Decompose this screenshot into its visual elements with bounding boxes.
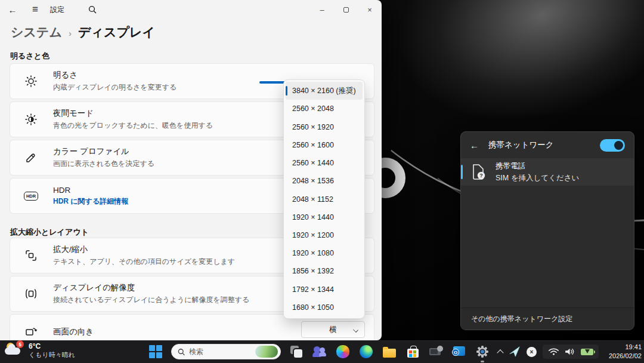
clock-time: 19:41 bbox=[605, 343, 642, 352]
setting-description: 画面に表示される色を決定する bbox=[53, 159, 154, 169]
tray-chevron-up-icon[interactable] bbox=[497, 349, 503, 356]
weather-condition: くもり時々晴れ bbox=[29, 351, 75, 359]
search-input[interactable] bbox=[189, 347, 251, 356]
cellular-toggle[interactable] bbox=[600, 139, 625, 152]
device-subtitle: SIM を挿入してください bbox=[496, 173, 579, 183]
store-icon bbox=[407, 349, 419, 358]
cloud-icon bbox=[5, 347, 20, 355]
gear-icon bbox=[475, 344, 490, 359]
sim-card-icon: ? bbox=[471, 163, 487, 181]
resolution-option[interactable]: 2560 × 2048 bbox=[286, 100, 363, 118]
settings-window: ← ≡ 設定 – × システム › ディスプレイ 明るさと色 明るさ 内蔵ディス bbox=[0, 0, 382, 340]
setting-description: テキスト、アプリ、その他の項目のサイズを変更します bbox=[53, 257, 235, 267]
scale-icon bbox=[24, 248, 38, 263]
desktop-screen: ← ≡ 設定 – × システム › ディスプレイ 明るさと色 明るさ 内蔵ディス bbox=[0, 0, 644, 363]
notification-badge: 5 bbox=[16, 340, 24, 348]
minimize-button[interactable]: – bbox=[310, 0, 334, 19]
status-circle-x-icon[interactable]: × bbox=[527, 347, 537, 357]
resolution-option[interactable]: 1920 × 1200 bbox=[286, 226, 363, 244]
microsoft-store-button[interactable] bbox=[405, 343, 420, 360]
device-title: 携帯電話 bbox=[496, 161, 579, 171]
close-button[interactable]: × bbox=[358, 0, 382, 19]
cellular-flyout-body bbox=[461, 186, 634, 307]
setting-title: 拡大/縮小 bbox=[53, 244, 235, 255]
file-explorer-button[interactable] bbox=[382, 343, 397, 360]
setting-description: 内蔵ディスプレイの明るさを変更する bbox=[53, 82, 177, 93]
setting-title: HDR bbox=[53, 186, 128, 195]
resolution-option[interactable]: 1920 × 1080 bbox=[286, 244, 363, 262]
wifi-icon bbox=[548, 347, 559, 356]
resolution-option[interactable]: 2048 × 1152 bbox=[286, 190, 363, 208]
setting-title: 明るさ bbox=[53, 70, 177, 81]
clock-date: 2026/02/02 bbox=[605, 352, 642, 361]
system-tray: × 19:41 2026/02/02 bbox=[498, 340, 642, 363]
resolution-icon bbox=[24, 286, 38, 302]
window-controls: – × bbox=[310, 0, 382, 19]
setting-title: 画面の向き bbox=[53, 327, 94, 337]
windows-logo-icon bbox=[149, 345, 162, 358]
weather-temperature: 6°C bbox=[29, 342, 75, 351]
cellular-device-item[interactable]: ? 携帯電話 SIM を挿入してください bbox=[461, 158, 634, 186]
resolution-option[interactable]: 2560 × 1600 bbox=[286, 136, 363, 154]
back-icon[interactable]: ← bbox=[4, 1, 21, 19]
resolution-option[interactable]: 1856 × 1392 bbox=[286, 262, 363, 280]
more-cellular-settings-link[interactable]: その他の携帯ネットワーク設定 bbox=[461, 307, 634, 330]
setting-description: 接続されているディスプレイに合うように解像度を調整する bbox=[53, 295, 249, 305]
flyout-back-icon[interactable]: ← bbox=[470, 140, 483, 150]
menu-icon[interactable]: ≡ bbox=[26, 1, 44, 19]
search-icon[interactable] bbox=[83, 1, 101, 19]
cellular-flyout: ← 携帯ネットワーク ? 携帯電話 SIM を挿入してください その他の携帯ネッ… bbox=[460, 131, 634, 330]
battery-charging-icon bbox=[581, 349, 593, 355]
weather-widget[interactable]: 5 6°C くもり時々晴れ bbox=[5, 342, 75, 359]
settings-app-button[interactable] bbox=[475, 343, 490, 360]
chevron-down-icon bbox=[353, 327, 358, 333]
resolution-option[interactable]: 2048 × 1536 bbox=[286, 172, 363, 190]
outlook-button[interactable]: O bbox=[451, 343, 467, 360]
cellular-flyout-title: 携帯ネットワーク bbox=[488, 140, 554, 150]
setting-description: 青色の光をブロックするために、暖色を使用する bbox=[53, 121, 213, 131]
toggle-knob bbox=[614, 141, 623, 150]
location-arrow-icon[interactable] bbox=[509, 346, 521, 358]
edge-button[interactable] bbox=[358, 343, 374, 360]
folder-icon bbox=[383, 349, 396, 358]
orientation-select[interactable]: 横 bbox=[301, 321, 365, 338]
quick-settings-button[interactable] bbox=[543, 344, 599, 359]
copilot-button[interactable] bbox=[335, 343, 351, 360]
page-title: ディスプレイ bbox=[78, 24, 155, 41]
setting-title: 夜間モード bbox=[53, 108, 213, 119]
start-button[interactable] bbox=[148, 343, 163, 360]
resolution-option[interactable]: 1680 × 1050 bbox=[286, 299, 363, 316]
resolution-option[interactable]: 2560 × 1920 bbox=[286, 118, 363, 136]
copilot-icon bbox=[336, 345, 349, 358]
resolution-option[interactable]: 3840 × 2160 (推奨) bbox=[286, 82, 363, 100]
taskbar-center: O bbox=[148, 340, 490, 363]
weather-icon: 5 bbox=[5, 342, 24, 359]
setting-title: ディスプレイの解像度 bbox=[53, 282, 249, 293]
breadcrumb: システム › ディスプレイ bbox=[11, 24, 155, 41]
maximize-button[interactable] bbox=[334, 0, 358, 19]
task-view-button[interactable] bbox=[289, 343, 304, 360]
brightness-slider[interactable] bbox=[259, 81, 285, 84]
app-title: 設定 bbox=[50, 5, 64, 15]
resolution-option[interactable]: 2560 × 1440 bbox=[286, 154, 363, 172]
hdr-icon: HDR bbox=[24, 188, 38, 204]
cellular-flyout-header: ← 携帯ネットワーク bbox=[461, 132, 634, 158]
taskbar-search[interactable] bbox=[171, 344, 281, 359]
resolution-option[interactable]: 1920 × 1440 bbox=[286, 208, 363, 226]
setting-title: カラー プロファイル bbox=[53, 146, 154, 157]
resolution-option[interactable]: 1792 × 1344 bbox=[286, 281, 363, 299]
brightness-icon bbox=[24, 73, 38, 89]
night-light-icon bbox=[24, 112, 38, 127]
hdr-info-link[interactable]: HDR に関する詳細情報 bbox=[53, 196, 128, 207]
section-header-scale-layout: 拡大縮小とレイアウト bbox=[10, 227, 89, 238]
breadcrumb-separator-icon: › bbox=[69, 28, 72, 38]
color-profile-icon bbox=[24, 150, 38, 165]
edge-icon bbox=[360, 345, 373, 358]
search-highlight-image bbox=[255, 346, 278, 358]
speaker-icon bbox=[565, 347, 575, 356]
phone-link-button[interactable] bbox=[428, 343, 444, 360]
orientation-icon bbox=[24, 324, 38, 340]
taskbar-clock[interactable]: 19:41 2026/02/02 bbox=[605, 343, 642, 361]
breadcrumb-root[interactable]: システム bbox=[11, 24, 62, 41]
teams-chat-button[interactable] bbox=[312, 343, 327, 360]
